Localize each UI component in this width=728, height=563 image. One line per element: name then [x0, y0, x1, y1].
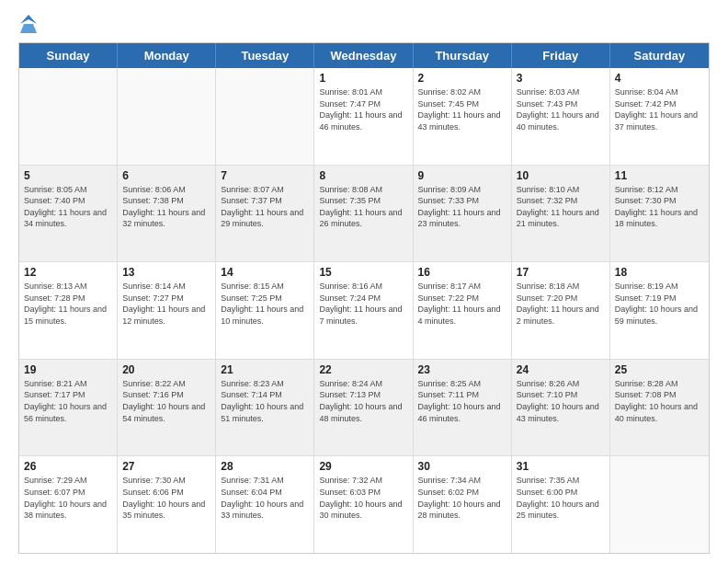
header — [18, 15, 710, 33]
cell-info: Sunrise: 8:14 AMSunset: 7:27 PMDaylight:… — [122, 281, 210, 327]
table-row: 31Sunrise: 7:35 AMSunset: 6:00 PMDayligh… — [512, 456, 610, 553]
cal-header-saturday: Saturday — [610, 43, 709, 68]
cell-info: Sunrise: 8:17 AMSunset: 7:22 PMDaylight:… — [418, 281, 506, 327]
table-row: 30Sunrise: 7:34 AMSunset: 6:02 PMDayligh… — [414, 456, 512, 553]
page: SundayMondayTuesdayWednesdayThursdayFrid… — [0, 0, 728, 563]
day-number: 12 — [24, 266, 112, 279]
table-row: 29Sunrise: 7:32 AMSunset: 6:03 PMDayligh… — [314, 456, 413, 553]
table-row: 11Sunrise: 8:12 AMSunset: 7:30 PMDayligh… — [610, 166, 709, 262]
calendar: SundayMondayTuesdayWednesdayThursdayFrid… — [18, 42, 710, 554]
table-row: 4Sunrise: 8:04 AMSunset: 7:42 PMDaylight… — [610, 68, 709, 165]
svg-marker-1 — [20, 24, 37, 33]
day-number: 9 — [418, 169, 506, 182]
day-number: 18 — [615, 266, 704, 279]
cal-header-tuesday: Tuesday — [216, 43, 314, 68]
cell-info: Sunrise: 7:30 AMSunset: 6:06 PMDaylight:… — [122, 475, 210, 521]
day-number: 24 — [517, 363, 605, 376]
logo — [18, 15, 35, 33]
table-row: 18Sunrise: 8:19 AMSunset: 7:19 PMDayligh… — [610, 262, 709, 359]
day-number: 11 — [615, 169, 704, 182]
cell-info: Sunrise: 8:08 AMSunset: 7:35 PMDaylight:… — [319, 184, 407, 230]
cell-info: Sunrise: 8:07 AMSunset: 7:37 PMDaylight:… — [221, 184, 309, 230]
cell-info: Sunrise: 8:03 AMSunset: 7:43 PMDaylight:… — [517, 86, 605, 132]
cell-info: Sunrise: 8:22 AMSunset: 7:16 PMDaylight:… — [122, 378, 210, 424]
day-number: 10 — [517, 169, 605, 182]
cal-header-monday: Monday — [118, 43, 216, 68]
day-number: 28 — [221, 460, 309, 473]
cell-info: Sunrise: 8:26 AMSunset: 7:10 PMDaylight:… — [517, 378, 605, 424]
cell-info: Sunrise: 8:25 AMSunset: 7:11 PMDaylight:… — [418, 378, 506, 424]
day-number: 16 — [418, 266, 506, 279]
table-row: 14Sunrise: 8:15 AMSunset: 7:25 PMDayligh… — [216, 262, 314, 359]
cal-header-wednesday: Wednesday — [314, 43, 413, 68]
cell-info: Sunrise: 8:05 AMSunset: 7:40 PMDaylight:… — [24, 184, 112, 230]
table-row: 9Sunrise: 8:09 AMSunset: 7:33 PMDaylight… — [414, 166, 512, 262]
table-row: 28Sunrise: 7:31 AMSunset: 6:04 PMDayligh… — [216, 456, 314, 553]
table-row: 27Sunrise: 7:30 AMSunset: 6:06 PMDayligh… — [118, 456, 216, 553]
table-row: 21Sunrise: 8:23 AMSunset: 7:14 PMDayligh… — [216, 360, 314, 456]
cell-info: Sunrise: 8:06 AMSunset: 7:38 PMDaylight:… — [122, 184, 210, 230]
cal-week-5: 26Sunrise: 7:29 AMSunset: 6:07 PMDayligh… — [19, 456, 709, 553]
table-row: 20Sunrise: 8:22 AMSunset: 7:16 PMDayligh… — [118, 360, 216, 456]
day-number: 5 — [24, 169, 112, 182]
day-number: 30 — [418, 460, 506, 473]
cell-info: Sunrise: 8:23 AMSunset: 7:14 PMDaylight:… — [221, 378, 309, 424]
cal-week-2: 5Sunrise: 8:05 AMSunset: 7:40 PMDaylight… — [19, 166, 709, 263]
table-row: 13Sunrise: 8:14 AMSunset: 7:27 PMDayligh… — [118, 262, 216, 359]
table-row — [118, 68, 216, 165]
calendar-header: SundayMondayTuesdayWednesdayThursdayFrid… — [19, 43, 709, 68]
cell-info: Sunrise: 8:10 AMSunset: 7:32 PMDaylight:… — [517, 184, 605, 230]
table-row: 25Sunrise: 8:28 AMSunset: 7:08 PMDayligh… — [610, 360, 709, 456]
table-row — [216, 68, 314, 165]
cal-header-thursday: Thursday — [414, 43, 512, 68]
cal-header-sunday: Sunday — [19, 43, 118, 68]
table-row: 10Sunrise: 8:10 AMSunset: 7:32 PMDayligh… — [512, 166, 610, 262]
day-number: 1 — [319, 72, 407, 85]
table-row: 1Sunrise: 8:01 AMSunset: 7:47 PMDaylight… — [314, 68, 413, 165]
table-row: 3Sunrise: 8:03 AMSunset: 7:43 PMDaylight… — [512, 68, 610, 165]
table-row: 26Sunrise: 7:29 AMSunset: 6:07 PMDayligh… — [19, 456, 118, 553]
svg-marker-0 — [20, 15, 37, 24]
table-row: 22Sunrise: 8:24 AMSunset: 7:13 PMDayligh… — [314, 360, 413, 456]
table-row: 23Sunrise: 8:25 AMSunset: 7:11 PMDayligh… — [414, 360, 512, 456]
cell-info: Sunrise: 8:09 AMSunset: 7:33 PMDaylight:… — [418, 184, 506, 230]
day-number: 8 — [319, 169, 407, 182]
day-number: 26 — [24, 460, 112, 473]
table-row: 7Sunrise: 8:07 AMSunset: 7:37 PMDaylight… — [216, 166, 314, 262]
day-number: 22 — [319, 363, 407, 376]
cell-info: Sunrise: 7:32 AMSunset: 6:03 PMDaylight:… — [319, 475, 407, 521]
day-number: 3 — [517, 72, 605, 85]
day-number: 19 — [24, 363, 112, 376]
day-number: 21 — [221, 363, 309, 376]
cell-info: Sunrise: 7:31 AMSunset: 6:04 PMDaylight:… — [221, 475, 309, 521]
day-number: 27 — [122, 460, 210, 473]
cell-info: Sunrise: 8:12 AMSunset: 7:30 PMDaylight:… — [615, 184, 704, 230]
table-row: 15Sunrise: 8:16 AMSunset: 7:24 PMDayligh… — [314, 262, 413, 359]
day-number: 29 — [319, 460, 407, 473]
day-number: 15 — [319, 266, 407, 279]
cell-info: Sunrise: 8:19 AMSunset: 7:19 PMDaylight:… — [615, 281, 704, 327]
table-row: 12Sunrise: 8:13 AMSunset: 7:28 PMDayligh… — [19, 262, 118, 359]
day-number: 25 — [615, 363, 704, 376]
cell-info: Sunrise: 8:18 AMSunset: 7:20 PMDaylight:… — [517, 281, 605, 327]
table-row — [610, 456, 709, 553]
day-number: 13 — [122, 266, 210, 279]
table-row: 8Sunrise: 8:08 AMSunset: 7:35 PMDaylight… — [314, 166, 413, 262]
table-row: 16Sunrise: 8:17 AMSunset: 7:22 PMDayligh… — [414, 262, 512, 359]
cell-info: Sunrise: 7:34 AMSunset: 6:02 PMDaylight:… — [418, 475, 506, 521]
table-row: 5Sunrise: 8:05 AMSunset: 7:40 PMDaylight… — [19, 166, 118, 262]
cal-week-4: 19Sunrise: 8:21 AMSunset: 7:17 PMDayligh… — [19, 360, 709, 457]
cal-header-friday: Friday — [512, 43, 610, 68]
cell-info: Sunrise: 8:15 AMSunset: 7:25 PMDaylight:… — [221, 281, 309, 327]
cell-info: Sunrise: 8:16 AMSunset: 7:24 PMDaylight:… — [319, 281, 407, 327]
calendar-body: 1Sunrise: 8:01 AMSunset: 7:47 PMDaylight… — [19, 68, 709, 553]
cal-week-1: 1Sunrise: 8:01 AMSunset: 7:47 PMDaylight… — [19, 68, 709, 166]
cell-info: Sunrise: 8:28 AMSunset: 7:08 PMDaylight:… — [615, 378, 704, 424]
table-row — [19, 68, 118, 165]
table-row: 24Sunrise: 8:26 AMSunset: 7:10 PMDayligh… — [512, 360, 610, 456]
table-row: 17Sunrise: 8:18 AMSunset: 7:20 PMDayligh… — [512, 262, 610, 359]
day-number: 6 — [122, 169, 210, 182]
cell-info: Sunrise: 7:35 AMSunset: 6:00 PMDaylight:… — [517, 475, 605, 521]
day-number: 7 — [221, 169, 309, 182]
cell-info: Sunrise: 8:24 AMSunset: 7:13 PMDaylight:… — [319, 378, 407, 424]
